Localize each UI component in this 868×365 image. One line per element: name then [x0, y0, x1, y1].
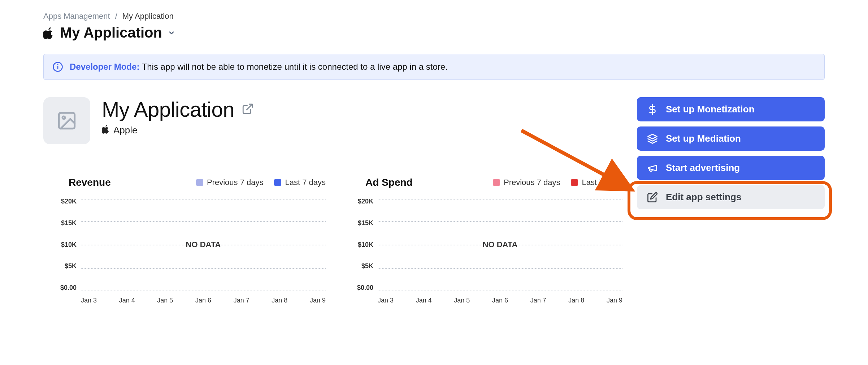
legend-prev: Previous 7 days — [196, 178, 264, 187]
action-label: Edit app settings — [666, 192, 741, 203]
image-placeholder-icon — [56, 110, 77, 131]
action-label: Start advertising — [666, 162, 740, 173]
legend-prev: Previous 7 days — [493, 178, 560, 187]
y-axis: $20K $15K $10K $5K $0.00 — [43, 198, 77, 292]
chart-revenue: Revenue Previous 7 days Last 7 days $20K — [43, 177, 326, 304]
start-advertising-button[interactable]: Start advertising — [637, 156, 825, 180]
chevron-down-icon — [168, 29, 175, 36]
legend-last: Last 7 days — [274, 178, 326, 187]
dollar-icon — [647, 104, 658, 115]
page-title: My Application — [60, 25, 162, 41]
platform-label: Apple — [113, 125, 138, 136]
x-axis: Jan 3 Jan 4 Jan 5 Jan 6 Jan 7 Jan 8 Jan … — [81, 297, 326, 304]
edit-icon — [647, 192, 658, 203]
breadcrumb-current: My Application — [122, 12, 174, 21]
setup-mediation-button[interactable]: Set up Mediation — [637, 126, 825, 151]
action-label: Set up Monetization — [666, 104, 755, 115]
banner-text: Developer Mode: This app will not be abl… — [70, 62, 448, 72]
chart-title-revenue: Revenue — [43, 177, 111, 188]
legend-swatch-icon — [274, 179, 281, 186]
edit-app-settings-button[interactable]: Edit app settings — [637, 185, 825, 209]
x-axis: Jan 3 Jan 4 Jan 5 Jan 6 Jan 7 Jan 8 Jan … — [378, 297, 622, 304]
chart-title-adspend: Ad Spend — [340, 177, 413, 188]
breadcrumb: Apps Management / My Application — [43, 12, 825, 21]
apple-icon — [43, 27, 54, 39]
apple-icon — [102, 124, 110, 136]
legend-swatch-icon — [493, 179, 500, 186]
info-icon — [52, 61, 63, 72]
plot-area: NO DATA — [378, 198, 622, 292]
y-axis: $20K $15K $10K $5K $0.00 — [340, 198, 373, 292]
legend-swatch-icon — [571, 179, 578, 186]
breadcrumb-parent[interactable]: Apps Management — [43, 12, 110, 21]
external-link-icon[interactable] — [242, 103, 254, 116]
app-icon-placeholder — [43, 97, 90, 144]
svg-line-5 — [247, 104, 252, 110]
developer-mode-banner: Developer Mode: This app will not be abl… — [43, 54, 825, 80]
breadcrumb-separator: / — [115, 12, 117, 21]
no-data-label: NO DATA — [483, 240, 518, 249]
setup-monetization-button[interactable]: Set up Monetization — [637, 97, 825, 121]
app-selector[interactable]: My Application — [43, 25, 825, 41]
svg-point-4 — [62, 116, 65, 119]
action-label: Set up Mediation — [666, 133, 741, 144]
svg-point-2 — [57, 64, 58, 65]
megaphone-icon — [647, 163, 658, 173]
svg-marker-7 — [648, 134, 657, 139]
chart-adspend: Ad Spend Previous 7 days Last 7 days $20… — [340, 177, 622, 304]
legend-swatch-icon — [196, 179, 203, 186]
banner-strong: Developer Mode: — [70, 62, 139, 72]
no-data-label: NO DATA — [186, 240, 221, 249]
app-title: My Application — [102, 97, 234, 121]
legend-last: Last 7 days — [571, 178, 622, 187]
plot-area: NO DATA — [81, 198, 326, 292]
layers-icon — [647, 133, 658, 144]
banner-message: This app will not be able to monetize un… — [142, 62, 448, 72]
